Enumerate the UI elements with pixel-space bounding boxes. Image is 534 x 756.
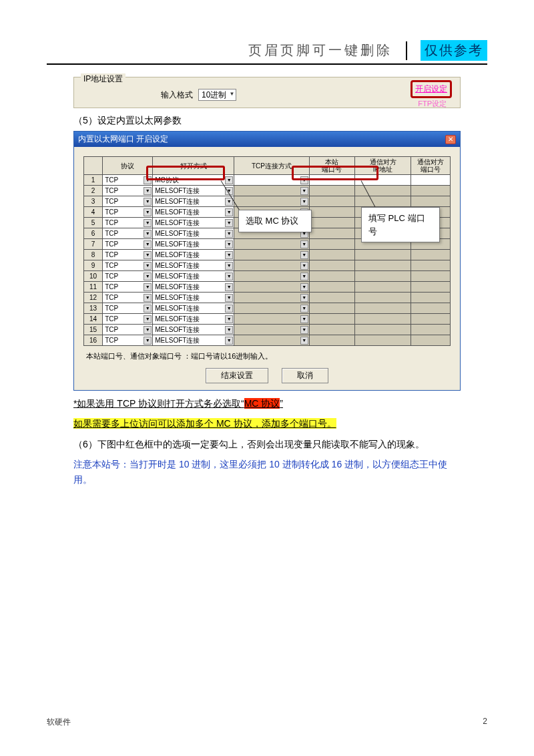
tcp-mode-cell: ▼ xyxy=(234,303,310,314)
chevron-down-icon[interactable]: ▼ xyxy=(225,251,233,259)
open-mode-cell[interactable]: MELSOFT连接▼ xyxy=(153,325,234,335)
protocol-cell[interactable]: TCP▼ xyxy=(103,250,153,260)
local-port-cell xyxy=(309,239,354,250)
footer-left: 软硬件 xyxy=(47,717,71,728)
table-row: 12TCP▼MELSOFT连接▼▼ xyxy=(84,293,451,303)
tcp-mode-cell: ▼ xyxy=(234,282,310,293)
local-port-cell[interactable] xyxy=(309,175,354,186)
chevron-down-icon[interactable]: ▼ xyxy=(144,251,152,259)
input-format-select[interactable]: 10进制 xyxy=(198,89,236,101)
protocol-cell[interactable]: TCP▼ xyxy=(103,271,153,282)
chevron-down-icon[interactable]: ▼ xyxy=(300,262,308,270)
close-icon[interactable]: ✕ xyxy=(445,135,456,144)
chevron-down-icon[interactable]: ▼ xyxy=(225,208,233,216)
chevron-down-icon[interactable]: ▼ xyxy=(225,305,233,313)
local-port-cell xyxy=(309,186,354,196)
chevron-down-icon[interactable]: ▼ xyxy=(144,305,152,313)
protocol-cell[interactable]: TCP▼ xyxy=(103,196,153,207)
local-port-cell xyxy=(309,260,354,271)
col-local-port: 本站 端口号 xyxy=(309,157,354,175)
chevron-down-icon[interactable]: ▼ xyxy=(300,294,308,302)
protocol-cell[interactable]: TCP▼ xyxy=(103,228,153,239)
protocol-cell[interactable]: TCP▼ xyxy=(103,186,153,196)
open-settings-link[interactable]: 开启设定 xyxy=(415,84,447,93)
chevron-down-icon[interactable]: ▼ xyxy=(300,315,308,323)
chevron-down-icon[interactable]: ▼ xyxy=(144,240,152,248)
tcp-mode-cell: ▼ xyxy=(234,325,310,335)
chevron-down-icon[interactable]: ▼ xyxy=(225,219,233,227)
row-index: 3 xyxy=(84,196,103,207)
chevron-down-icon[interactable]: ▼ xyxy=(144,219,152,227)
chevron-down-icon[interactable]: ▼ xyxy=(144,230,152,238)
protocol-cell[interactable]: TCP▼ xyxy=(103,293,153,303)
protocol-cell[interactable]: TCP▼ xyxy=(103,207,153,218)
protocol-cell[interactable]: TCP▼ xyxy=(103,335,153,346)
open-mode-cell[interactable]: MELSOFT连接▼ xyxy=(153,335,234,346)
open-mode-cell[interactable]: MELSOFT连接▼ xyxy=(153,282,234,293)
chevron-down-icon[interactable]: ▼ xyxy=(300,198,308,206)
tcp-mode-cell[interactable]: ▼ xyxy=(234,175,310,186)
chevron-down-icon[interactable]: ▼ xyxy=(225,315,233,323)
chevron-down-icon[interactable]: ▼ xyxy=(144,262,152,270)
chevron-down-icon[interactable]: ▼ xyxy=(225,272,233,280)
chevron-down-icon[interactable]: ▼ xyxy=(300,326,308,334)
chevron-down-icon[interactable]: ▼ xyxy=(225,230,233,238)
open-mode-cell[interactable]: MELSOFT连接▼ xyxy=(153,207,234,218)
open-mode-cell[interactable]: MELSOFT连接▼ xyxy=(153,239,234,250)
chevron-down-icon[interactable]: ▼ xyxy=(225,326,233,334)
ftp-settings-link[interactable]: FTP设定 xyxy=(418,99,447,109)
chevron-down-icon[interactable]: ▼ xyxy=(144,326,152,334)
finish-button[interactable]: 结束设置 xyxy=(206,368,268,383)
protocol-cell[interactable]: TCP▼ xyxy=(103,303,153,314)
chevron-down-icon[interactable]: ▼ xyxy=(300,176,308,184)
chevron-down-icon[interactable]: ▼ xyxy=(225,240,233,248)
protocol-cell[interactable]: TCP▼ xyxy=(103,314,153,325)
protocol-cell[interactable]: TCP▼ xyxy=(103,239,153,250)
local-port-cell xyxy=(309,303,354,314)
chevron-down-icon[interactable]: ▼ xyxy=(144,176,152,184)
table-row: 2TCP▼MELSOFT连接▼▼ xyxy=(84,186,451,196)
chevron-down-icon[interactable]: ▼ xyxy=(144,198,152,206)
peer-port-cell xyxy=(411,260,451,271)
open-mode-cell[interactable]: MELSOFT连接▼ xyxy=(153,314,234,325)
row-index: 9 xyxy=(84,260,103,271)
protocol-cell[interactable]: TCP▼ xyxy=(103,218,153,228)
chevron-down-icon[interactable]: ▼ xyxy=(144,187,152,195)
chevron-down-icon[interactable]: ▼ xyxy=(144,272,152,280)
chevron-down-icon[interactable]: ▼ xyxy=(144,283,152,291)
chevron-down-icon[interactable]: ▼ xyxy=(144,337,152,345)
protocol-cell[interactable]: TCP▼ xyxy=(103,325,153,335)
chevron-down-icon[interactable]: ▼ xyxy=(144,315,152,323)
chevron-down-icon[interactable]: ▼ xyxy=(300,272,308,280)
peer-port-cell xyxy=(411,271,451,282)
chevron-down-icon[interactable]: ▼ xyxy=(300,240,308,248)
protocol-cell[interactable]: TCP▼ xyxy=(103,175,153,186)
chevron-down-icon[interactable]: ▼ xyxy=(225,176,233,184)
open-mode-cell[interactable]: MELSOFT连接▼ xyxy=(153,303,234,314)
open-mode-cell[interactable]: MELSOFT连接▼ xyxy=(153,271,234,282)
chevron-down-icon[interactable]: ▼ xyxy=(300,251,308,259)
chevron-down-icon[interactable]: ▼ xyxy=(144,208,152,216)
open-mode-cell[interactable]: MELSOFT连接▼ xyxy=(153,260,234,271)
chevron-down-icon[interactable]: ▼ xyxy=(144,294,152,302)
chevron-down-icon[interactable]: ▼ xyxy=(225,283,233,291)
chevron-down-icon[interactable]: ▼ xyxy=(225,337,233,345)
tcp-mode-cell: ▼ xyxy=(234,271,310,282)
chevron-down-icon[interactable]: ▼ xyxy=(300,187,308,195)
chevron-down-icon[interactable]: ▼ xyxy=(300,337,308,345)
open-mode-cell[interactable]: MELSOFT连接▼ xyxy=(153,186,234,196)
open-mode-cell[interactable]: MELSOFT连接▼ xyxy=(153,250,234,260)
protocol-cell[interactable]: TCP▼ xyxy=(103,282,153,293)
open-mode-cell[interactable]: MELSOFT连接▼ xyxy=(153,196,234,207)
chevron-down-icon[interactable]: ▼ xyxy=(225,262,233,270)
cancel-button[interactable]: 取消 xyxy=(282,368,328,383)
open-mode-cell[interactable]: MELSOFT连接▼ xyxy=(153,293,234,303)
dialog-titlebar: 内置以太网端口 开启设定 ✕ xyxy=(74,132,460,147)
chevron-down-icon[interactable]: ▼ xyxy=(300,305,308,313)
chevron-down-icon[interactable]: ▼ xyxy=(225,294,233,302)
open-mode-cell[interactable]: MELSOFT连接▼ xyxy=(153,228,234,239)
header-divider xyxy=(406,41,407,60)
protocol-cell[interactable]: TCP▼ xyxy=(103,260,153,271)
open-mode-cell[interactable]: MELSOFT连接▼ xyxy=(153,218,234,228)
chevron-down-icon[interactable]: ▼ xyxy=(300,283,308,291)
